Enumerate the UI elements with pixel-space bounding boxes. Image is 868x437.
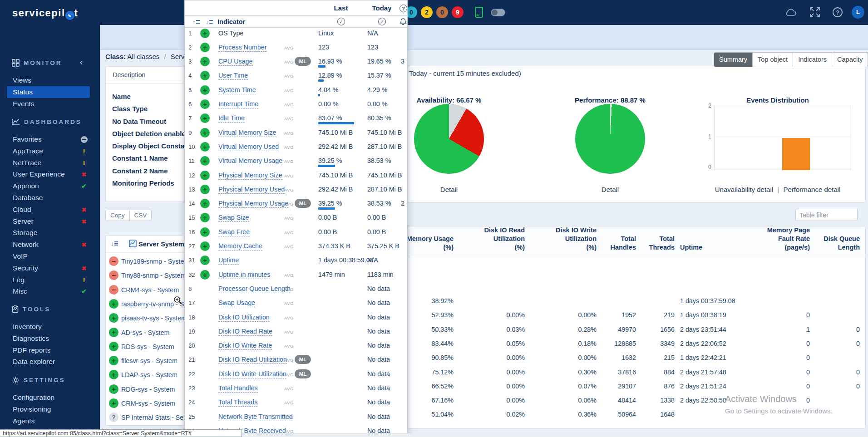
server-name[interactable]: LDAP-sys - System xyxy=(121,371,178,378)
indicator-row[interactable]: 27+Memory CacheAVG374.33 K B375.25 K B xyxy=(185,239,407,253)
summary-tab-capacity[interactable]: Capacity xyxy=(832,53,868,67)
server-name[interactable]: RDS-sys - System xyxy=(121,343,174,350)
expand-plus-icon[interactable]: + xyxy=(200,227,210,237)
performance-detail-link[interactable]: Detail xyxy=(542,186,678,193)
copy-button[interactable]: Copy xyxy=(106,210,129,221)
indicator-row[interactable]: 5+System TimeAVG4.04 %4.29 % xyxy=(185,83,407,97)
sidebar-item-events[interactable]: Events xyxy=(0,98,100,110)
server-name[interactable]: CRM4-sys - System xyxy=(121,286,179,294)
expand-plus-icon[interactable]: + xyxy=(109,299,118,309)
indicator-name[interactable]: CPU Usage xyxy=(218,58,253,66)
expand-plus-icon[interactable]: + xyxy=(200,71,210,80)
indicator-row[interactable]: 32+Uptime in minutesAVG1479 min1183 min xyxy=(185,268,407,282)
server-name[interactable]: pisaas-tv-sys - System xyxy=(121,314,187,322)
indicator-row[interactable]: 6+Interrupt TimeAVG0.00 %0.00 % xyxy=(185,97,407,111)
server-name[interactable]: Tiny88-snmp - System xyxy=(121,272,186,279)
indicator-name[interactable]: Uptime xyxy=(218,256,239,265)
expand-plus-icon[interactable]: + xyxy=(200,156,210,166)
csv-button[interactable]: CSV xyxy=(129,210,152,221)
header-toggle[interactable] xyxy=(491,9,505,16)
indicator-name[interactable]: User Time xyxy=(218,72,248,80)
expand-plus-icon[interactable]: + xyxy=(109,356,118,365)
indicator-row[interactable]: 13+Physical Memory UsedAVG292.42 Mi B287… xyxy=(185,182,407,196)
expand-plus-icon[interactable]: + xyxy=(109,384,118,394)
sidebar-item-user-experience[interactable]: User Experience✖ xyxy=(0,168,100,180)
indicator-name[interactable]: Disk IO Read Rate xyxy=(218,328,272,336)
indicator-row[interactable]: 11+Virtual Memory UsageAVG39.25 %38.53 % xyxy=(185,154,407,168)
sort-asc-icon[interactable]: ↑ xyxy=(192,19,200,25)
sidebar-item-appmon[interactable]: Appmon✔ xyxy=(0,180,100,192)
expand-plus-icon[interactable]: + xyxy=(200,171,210,180)
indicator-row[interactable]: 23Total HandlesAVGNo data xyxy=(185,381,407,395)
sidebar-item-configuration[interactable]: Configuration xyxy=(0,392,100,403)
indicator-name[interactable]: System Time xyxy=(218,86,256,94)
indicator-name[interactable]: Physical Memory Used xyxy=(218,186,285,194)
fullscreen-icon[interactable] xyxy=(809,6,821,18)
expand-plus-icon[interactable]: + xyxy=(109,370,118,379)
sidebar-item-storage[interactable]: Storage xyxy=(0,227,100,239)
sidebar-item-cloud[interactable]: Cloud✖ xyxy=(0,204,100,216)
user-avatar[interactable]: L xyxy=(852,6,864,19)
indicator-row[interactable]: 2+Process NumberAVG123123 xyxy=(185,40,407,54)
indicator-row[interactable]: 22Disk IO Write UtilizationAVGMLNo data xyxy=(185,367,407,381)
expand-plus-icon[interactable]: + xyxy=(200,185,210,194)
indicator-name[interactable]: Virtual Memory Used xyxy=(218,143,279,151)
sidebar-item-misc[interactable]: Misc✔ xyxy=(0,285,100,297)
expand-plus-icon[interactable]: + xyxy=(200,241,210,251)
indicator-name[interactable]: Total Threads xyxy=(218,398,257,407)
indicator-row[interactable]: 15+Swap SizeAVG0.00 B0.00 B xyxy=(185,211,407,225)
severity-badge[interactable]: 0 xyxy=(436,6,448,18)
server-name[interactable]: Tiny189-snmp - System xyxy=(121,258,189,265)
expand-plus-icon[interactable]: + xyxy=(200,255,210,265)
breadcrumb-all-classes[interactable]: All classes xyxy=(127,53,159,60)
indicator-name[interactable]: Disk IO Write Rate xyxy=(218,342,272,350)
summary-tab-summary[interactable]: Summary xyxy=(714,53,752,67)
indicator-name[interactable]: Interrupt Time xyxy=(218,100,258,108)
expand-plus-icon[interactable]: + xyxy=(200,113,210,123)
indicator-row[interactable]: 9+Virtual Memory SizeAVG745.10 Mi B745.1… xyxy=(185,126,407,140)
sidebar-item-security[interactable]: Security✖ xyxy=(0,262,100,274)
collapse-minus-icon[interactable]: − xyxy=(109,285,118,295)
sidebar-item-network[interactable]: Network✖ xyxy=(0,239,100,250)
indicator-row[interactable]: 24Total ThreadsAVGNo data xyxy=(185,395,407,409)
sidebar-item-views[interactable]: Views xyxy=(0,74,100,86)
availability-pie[interactable] xyxy=(414,104,484,174)
sidebar-item-inventory[interactable]: Inventory xyxy=(0,321,100,333)
sidebar-item-diagnostics[interactable]: Diagnostics xyxy=(0,333,100,344)
sidebar-item-apptrace[interactable]: AppTrace! xyxy=(0,145,100,157)
sidebar-item-database[interactable]: Database xyxy=(0,192,100,204)
summary-tab-top-object[interactable]: Top object xyxy=(752,53,793,67)
indicator-name[interactable]: Memory Cache xyxy=(218,242,262,250)
indicator-name[interactable]: Swap Free xyxy=(218,228,250,236)
sidebar-item-log[interactable]: Log! xyxy=(0,274,100,286)
server-name[interactable]: SP Internal Stats - Server xyxy=(121,414,195,421)
sort-desc-icon[interactable]: ↓ xyxy=(206,19,213,25)
severity-badge[interactable]: 2 xyxy=(421,6,433,18)
indicator-row[interactable]: 31+Uptime1 days 00:38:59.08N/A xyxy=(185,253,407,267)
indicator-name[interactable]: Process Number xyxy=(218,44,266,52)
indicator-row[interactable]: 21Disk IO Read UtilizationAVGMLNo data xyxy=(185,353,407,367)
indicator-name[interactable]: Virtual Memory Size xyxy=(218,129,276,137)
indicator-name[interactable]: Processor Queue Length xyxy=(218,285,291,293)
server-name[interactable]: filesvr-sys - System xyxy=(121,357,178,364)
expand-plus-icon[interactable]: + xyxy=(200,128,210,137)
indicator-name[interactable]: Swap Size xyxy=(218,214,249,222)
sidebar-item-status[interactable]: Status xyxy=(7,86,90,98)
indicator-row[interactable]: 3+CPU UsageAVGML16.93 %19.65 %3 xyxy=(185,54,407,69)
server-name[interactable]: AD-sys - System xyxy=(121,329,169,336)
expand-plus-icon[interactable]: + xyxy=(109,328,118,337)
indicator-row[interactable]: 18Disk IO UtilizationAVGNo data xyxy=(185,310,407,324)
indicator-name[interactable]: Uptime in minutes xyxy=(218,271,270,279)
sidebar-item-server[interactable]: Server✖ xyxy=(0,216,100,227)
expand-plus-icon[interactable]: + xyxy=(200,99,210,109)
help-icon[interactable]: ? xyxy=(833,7,843,17)
severity-badge[interactable]: 9 xyxy=(452,6,464,18)
sidebar-collapse-icon[interactable]: ‹ xyxy=(80,58,83,67)
expand-plus-icon[interactable]: + xyxy=(200,43,210,52)
table-filter-input[interactable] xyxy=(795,209,858,221)
sidebar-item-data-explorer[interactable]: Data explorer xyxy=(0,356,100,368)
expand-plus-icon[interactable]: + xyxy=(200,213,210,222)
collapse-minus-icon[interactable]: − xyxy=(109,270,118,280)
indicator-name[interactable]: Disk IO Write Utilization xyxy=(218,370,286,378)
performance-detail-link2[interactable]: Performance detail xyxy=(783,186,840,193)
